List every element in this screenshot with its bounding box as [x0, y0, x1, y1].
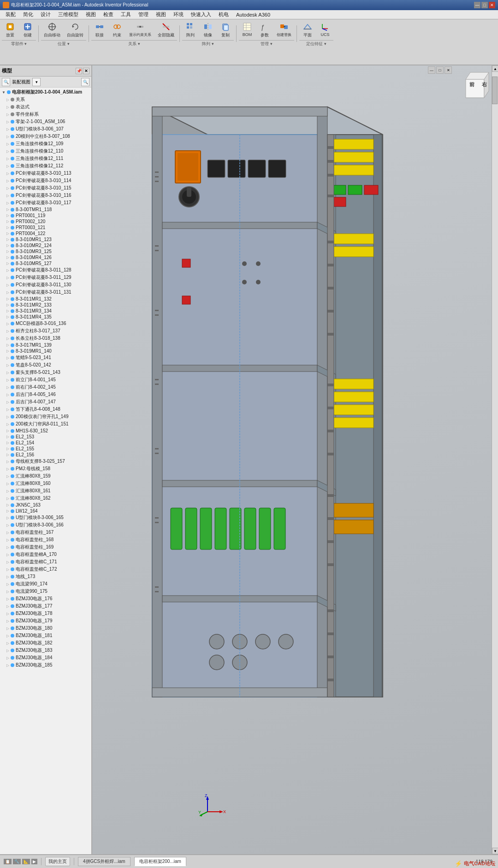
- tree-item-56[interactable]: ▷汇流棒80X8_159: [0, 472, 91, 480]
- tree-item-65[interactable]: ▷电容框盖垫柱_168: [0, 536, 91, 543]
- tree-item-6[interactable]: ▷20模到中立柱8-3-007_108: [0, 133, 91, 140]
- copy-button[interactable]: 复制: [217, 20, 234, 40]
- tree-item-41[interactable]: ▷窗头支撑8-5-021_143: [0, 369, 91, 376]
- tree-item-52[interactable]: ▷EL2_155: [0, 446, 91, 452]
- tree-item-75[interactable]: ▷BZMJ30电器_178: [0, 610, 91, 617]
- plane-button[interactable]: 平面: [299, 20, 316, 40]
- tree-item-38[interactable]: ▷8-3-019MR1_140: [0, 348, 91, 354]
- tree-item-78[interactable]: ▷BZMJ30电器_181: [0, 632, 91, 639]
- menu-item-quickstart[interactable]: 快速入入: [187, 10, 215, 19]
- tree-item-61[interactable]: ▷LW12_164: [0, 508, 91, 514]
- tree-item-82[interactable]: ▷BZMJ30电器_185: [0, 661, 91, 669]
- tree-item-71[interactable]: ▷电流梁990_174: [0, 580, 91, 588]
- viewport-maximize-button[interactable]: □: [436, 66, 444, 74]
- scroll-thumb[interactable]: [492, 77, 498, 104]
- tree-item-31[interactable]: ▷8-3-011MR2_133: [0, 302, 91, 308]
- tree-item-51[interactable]: ▷EL2_154: [0, 440, 91, 446]
- scroll-down-button[interactable]: ▼: [492, 848, 498, 854]
- tree-item-34[interactable]: ▷MCC卧模器8-3-016_136: [0, 320, 91, 327]
- create-replace-button[interactable]: 创建替换: [274, 20, 294, 40]
- tree-item-42[interactable]: ▷前立门8-4-001_145: [0, 376, 91, 384]
- tree-item-15[interactable]: ▷PC剑脊破花蔓8-3-010_117: [0, 199, 91, 207]
- tree-item-22[interactable]: ▷8-3-010MR2_124: [0, 242, 91, 248]
- viewport-minimize-button[interactable]: —: [428, 66, 435, 74]
- tree-item-60[interactable]: ▷JKN5C_163: [0, 502, 91, 508]
- tree-item-46[interactable]: ▷笞下通孔8-4-008_148: [0, 406, 91, 413]
- menu-item-inspect[interactable]: 检查: [100, 10, 117, 19]
- viewport-close-button[interactable]: ✕: [445, 66, 452, 74]
- menu-item-tools[interactable]: 工具: [117, 10, 135, 19]
- menu-item-a360[interactable]: Autodesk A360: [232, 11, 274, 18]
- hide-all-button[interactable]: 全部隐藏: [155, 20, 177, 40]
- tree-item-3[interactable]: ▷零件坐标系: [0, 111, 91, 118]
- menu-item-view[interactable]: 视图: [82, 10, 100, 19]
- constraint-button[interactable]: 约束: [109, 20, 125, 40]
- tree-item-45[interactable]: ▷后吉门8-4-007_147: [0, 398, 91, 406]
- tree-item-33[interactable]: ▷8-3-011MR4_135: [0, 314, 91, 320]
- panel-pin-button[interactable]: 📌: [76, 68, 82, 74]
- vertical-scrollbar[interactable]: ▲ ▼: [492, 65, 498, 854]
- menu-item-electro[interactable]: 机电: [215, 10, 232, 19]
- tree-item-37[interactable]: ▷8-3-017MR1_139: [0, 342, 91, 348]
- tree-item-16[interactable]: ▷8-3-00TMR1_118: [0, 207, 91, 213]
- tree-item-36[interactable]: ▷长条立柱8-3-018_138: [0, 335, 91, 342]
- tree-item-73[interactable]: ▷BZMJ30电器_176: [0, 595, 91, 602]
- tree-item-11[interactable]: ▷PC剑脊破花蔓8-3-010_113: [0, 170, 91, 177]
- tree-item-79[interactable]: ▷BZMJ30电器_182: [0, 639, 91, 647]
- free-rotate-button[interactable]: 自由旋转: [64, 20, 86, 40]
- params-button[interactable]: ƒ 参数: [256, 20, 273, 40]
- tab-gcs[interactable]: 4拼GCS并框焊...iam: [78, 857, 130, 866]
- tree-item-50[interactable]: ▷EL2_153: [0, 434, 91, 440]
- tree-item-18[interactable]: ▷PRT0002_120: [0, 218, 91, 224]
- array-button[interactable]: 阵列: [182, 20, 199, 40]
- tree-item-24[interactable]: ▷8-3-010MR4_126: [0, 254, 91, 260]
- nav-cube[interactable]: 前 右: [456, 70, 493, 107]
- tree-item-21[interactable]: ▷8-3-010MR1_123: [0, 236, 91, 242]
- tree-item-69[interactable]: ▷电容框盖垫棉C_172: [0, 566, 91, 573]
- tree-item-47[interactable]: ▷200模仪表门帘开孔1_149: [0, 413, 91, 420]
- tree-item-32[interactable]: ▷8-3-011MR3_134: [0, 308, 91, 314]
- tree-item-48[interactable]: ▷200模大门帘风8-011_151: [0, 420, 91, 428]
- tree-item-9[interactable]: ▷三角连接件模像12_111: [0, 155, 91, 162]
- connect-button[interactable]: 联接: [91, 20, 108, 40]
- tree-item-53[interactable]: ▷EL2_156: [0, 452, 91, 458]
- tree-item-67[interactable]: ▷电容框盖垫棉A_170: [0, 551, 91, 558]
- tree-item-62[interactable]: ▷U型门模块8-3-006_165: [0, 514, 91, 521]
- tree-search-button[interactable]: 🔍: [81, 78, 89, 86]
- tree-item-77[interactable]: ▷BZMJ30电器_180: [0, 625, 91, 632]
- home-button[interactable]: 我的主页: [45, 857, 70, 866]
- menu-item-view2[interactable]: 视图: [152, 10, 170, 19]
- menu-item-env[interactable]: 环境: [170, 10, 187, 19]
- tree-item-20[interactable]: ▷PRT0004_122: [0, 230, 91, 236]
- tree-item-13[interactable]: ▷PC剑脊破花蔓8-3-010_115: [0, 184, 91, 192]
- panel-close-button[interactable]: ✕: [83, 68, 89, 74]
- menu-item-3dmodel[interactable]: 三维模型: [54, 10, 82, 19]
- tree-item-1[interactable]: ▷关系: [0, 96, 91, 103]
- tree-item-0[interactable]: ▼电容柜框架200-1-0-004_ASM.iam: [0, 89, 91, 96]
- tree-item-76[interactable]: ▷BZMJ30电器_179: [0, 617, 91, 625]
- tree-item-12[interactable]: ▷PC剑脊破花蔓8-3-010_114: [0, 177, 91, 184]
- show-constraints-button[interactable]: 显示约束关系: [126, 20, 154, 40]
- tab-capacitor[interactable]: 电容柜框架200...iam: [134, 857, 186, 866]
- tree-item-26[interactable]: ▷PC剑脊破花蔓8-3-011_128: [0, 266, 91, 274]
- menu-item-simplify[interactable]: 简化: [19, 10, 37, 19]
- tree-item-25[interactable]: ▷8-3-010MR5_127: [0, 260, 91, 266]
- viewport[interactable]: — □ ✕ 前 右 ▲ ▼: [92, 65, 498, 854]
- tree-item-72[interactable]: ▷电流梁990_175: [0, 588, 91, 595]
- tree-item-2[interactable]: ▷表达式: [0, 103, 91, 111]
- tree-area[interactable]: ▼电容柜框架200-1-0-004_ASM.iam▷关系▷表达式▷零件坐标系▷零…: [0, 88, 91, 854]
- ucs-button[interactable]: UCS: [317, 20, 333, 40]
- create-button[interactable]: 创建: [19, 20, 36, 40]
- tree-item-43[interactable]: ▷前右门8-4-002_145: [0, 384, 91, 391]
- tree-item-28[interactable]: ▷PC剑脊破花蔓8-3-011_130: [0, 281, 91, 289]
- tree-item-55[interactable]: ▷PMJ:母线模_158: [0, 465, 91, 472]
- tree-item-5[interactable]: ▷U型门模块8-3-006_107: [0, 125, 91, 133]
- tree-item-40[interactable]: ▷笔盘8-5-020_142: [0, 361, 91, 369]
- tree-item-4[interactable]: ▷零架-2-1-001_ASM_106: [0, 118, 91, 125]
- maximize-button[interactable]: □: [481, 2, 488, 8]
- menu-item-assemble[interactable]: 装配: [2, 10, 19, 19]
- tree-item-8[interactable]: ▷三角连接件模像12_110: [0, 148, 91, 155]
- filter-button[interactable]: 🔍: [2, 78, 10, 86]
- tree-item-7[interactable]: ▷三角连接件模像12_109: [0, 140, 91, 148]
- tree-item-10[interactable]: ▷三角连接件模像12_112: [0, 162, 91, 170]
